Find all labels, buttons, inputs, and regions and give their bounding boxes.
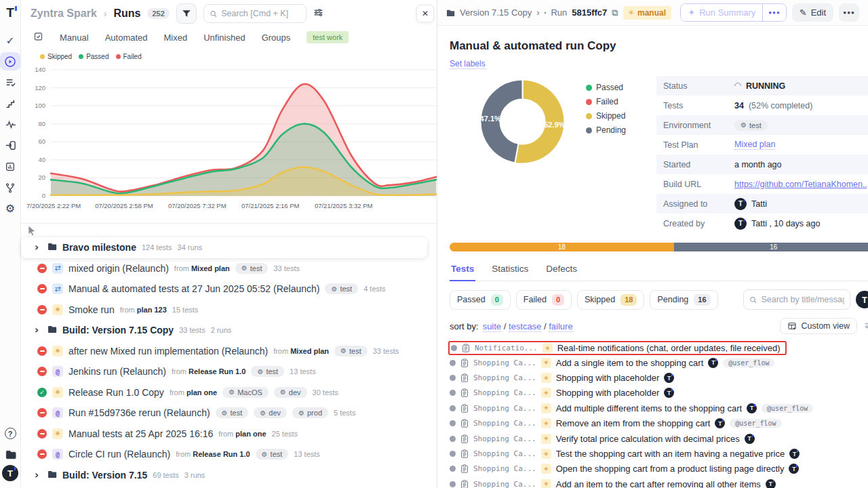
run-summary-button[interactable]: ✦Run Summary bbox=[681, 4, 762, 21]
run-row[interactable]: @Circle CI run (Relaunch)from Release Ru… bbox=[21, 444, 437, 465]
runs-tab-unfinished[interactable]: Unfinished bbox=[203, 33, 245, 43]
branches-nav-icon[interactable] bbox=[0, 178, 20, 197]
env-badge: ⚙test bbox=[734, 120, 768, 131]
select-runs-icon[interactable] bbox=[33, 31, 43, 44]
collapse-panel-button[interactable]: ✕ bbox=[416, 5, 434, 22]
test-plans-nav-icon[interactable] bbox=[0, 73, 20, 92]
set-labels-link[interactable]: Set labels bbox=[450, 59, 486, 69]
user-avatar[interactable]: T bbox=[2, 465, 18, 481]
projects-folder-icon[interactable] bbox=[0, 445, 20, 464]
app-logo-icon[interactable]: T bbox=[6, 5, 14, 20]
tab-statistics[interactable]: Statistics bbox=[490, 260, 530, 281]
run-row[interactable]: ⇄Manual & automated tests at 27 Jun 2025… bbox=[21, 279, 437, 300]
filter-pending[interactable]: Pending16 bbox=[650, 290, 717, 310]
help-icon[interactable]: ? bbox=[0, 424, 20, 443]
plan-name[interactable]: Mixed plan bbox=[191, 264, 230, 272]
sort-by-failure[interactable]: failure bbox=[549, 321, 572, 332]
import-nav-icon[interactable] bbox=[0, 136, 20, 155]
test-row[interactable]: Shopping Ca...✳Remove an item from the s… bbox=[450, 416, 868, 431]
chevron-right-icon[interactable]: › bbox=[35, 469, 41, 481]
runs-nav-icon[interactable] bbox=[0, 52, 20, 70]
plan-name[interactable]: plan 123 bbox=[137, 306, 167, 314]
settings-nav-icon[interactable]: ⚙ bbox=[0, 199, 20, 218]
tests-search-input[interactable] bbox=[761, 295, 844, 304]
milestones-nav-icon[interactable] bbox=[0, 94, 20, 113]
gear-icon: ⚙ bbox=[222, 409, 228, 417]
env-badge: ⚙test bbox=[325, 283, 358, 294]
test-row[interactable]: Shopping Ca...✳Add an item to the cart a… bbox=[450, 476, 868, 488]
status-failed-icon bbox=[37, 305, 47, 314]
tag-filter-badge[interactable]: test work bbox=[307, 31, 349, 43]
run-row[interactable]: ✳after new Mixed run implementation (Rel… bbox=[21, 341, 437, 362]
test-row[interactable]: Notificatio...✳Real-time notifications (… bbox=[448, 341, 787, 355]
build-url-link[interactable]: https://github.com/TetianaKhomen... bbox=[734, 180, 867, 189]
run-summary-more-button[interactable]: ●●● bbox=[762, 4, 786, 21]
run-group-row[interactable]: ›Build: Version 7.15 Copy33 tests2 runs bbox=[21, 320, 437, 341]
plan-name[interactable]: plan one bbox=[186, 388, 217, 396]
run-row[interactable]: ✳Manual tests at 25 Apr 2025 16:16from p… bbox=[21, 424, 437, 445]
test-row[interactable]: Shopping Ca...✳Test the shopping cart wi… bbox=[450, 446, 868, 461]
checks-nav-icon[interactable]: ✓ bbox=[0, 31, 20, 49]
list-settings-icon[interactable] bbox=[864, 321, 868, 332]
close-detail-button[interactable]: ✕ bbox=[865, 5, 868, 20]
tab-defects[interactable]: Defects bbox=[545, 260, 578, 281]
run-row[interactable]: ✳Smoke runfrom plan 12315 tests bbox=[21, 300, 437, 321]
filter-passed[interactable]: Passed0 bbox=[450, 290, 511, 310]
run-row[interactable]: ✓✳Release Run 1.0 Copyfrom plan one⚙MacO… bbox=[21, 382, 437, 403]
test-row[interactable]: Shopping Ca...✳Shopping with placeholder… bbox=[450, 370, 868, 385]
plan-name[interactable]: Mixed plan bbox=[290, 347, 329, 355]
run-group-row[interactable]: ›Build: Version 7.1569 tests3 runs bbox=[21, 465, 437, 486]
plan-name[interactable]: plan one bbox=[235, 430, 266, 438]
reports-nav-icon[interactable] bbox=[0, 157, 20, 176]
chevron-right-icon[interactable]: › bbox=[35, 324, 41, 336]
plan-name[interactable]: Release Run 1.0 bbox=[189, 367, 245, 375]
run-row[interactable]: @Run #15d9736e rerun (Relaunch)⚙test⚙dev… bbox=[21, 403, 437, 424]
tab-tests[interactable]: Tests bbox=[450, 260, 475, 281]
more-actions-button[interactable]: ●●● bbox=[839, 3, 859, 22]
runs-tab-automated[interactable]: Automated bbox=[105, 33, 148, 43]
sort-by-testcase[interactable]: testcase bbox=[509, 321, 541, 332]
legend-passed[interactable]: Passed bbox=[79, 53, 108, 60]
sort-by-suite[interactable]: suite bbox=[483, 321, 501, 332]
test-row[interactable]: Shopping Ca...✳Open the shopping cart fr… bbox=[450, 462, 868, 476]
edit-button[interactable]: ✎Edit bbox=[792, 3, 833, 22]
automated-run-icon: @ bbox=[52, 366, 63, 377]
breadcrumb-build[interactable]: Version 7.15 Copy bbox=[460, 7, 532, 18]
assignee-filter-avatar[interactable]: T bbox=[856, 291, 868, 308]
legend-skipped[interactable]: Skipped bbox=[40, 53, 72, 60]
group-tests-count: 124 tests bbox=[142, 243, 172, 251]
run-group-row[interactable]: ›Bravo milestone124 tests34 runs bbox=[21, 237, 427, 258]
filter-funnel-button[interactable] bbox=[176, 3, 197, 24]
copy-icon[interactable]: ⧉ bbox=[612, 7, 618, 18]
manual-test-icon: ✳ bbox=[541, 403, 551, 413]
field-label: Build URL bbox=[663, 180, 734, 189]
test-row[interactable]: Shopping Ca...✳Add a single item to the … bbox=[450, 355, 868, 370]
filter-skipped[interactable]: Skipped18 bbox=[577, 290, 644, 310]
search-settings-icon[interactable] bbox=[313, 7, 323, 20]
runs-tab-groups[interactable]: Groups bbox=[262, 33, 291, 43]
legend-failed[interactable]: Failed bbox=[116, 53, 142, 60]
breadcrumb-project[interactable]: Zyntra Spark bbox=[31, 7, 97, 20]
folder-icon bbox=[446, 8, 455, 18]
field-value: ⚙test bbox=[734, 120, 768, 131]
activity-nav-icon[interactable] bbox=[0, 115, 20, 134]
test-row[interactable]: Shopping Ca...✳Add multiple different it… bbox=[450, 401, 868, 415]
test-row[interactable]: Shopping Ca...✳Verify total price calcul… bbox=[450, 431, 868, 446]
plan-name[interactable]: Release Run 1.0 bbox=[193, 450, 250, 458]
tests-search[interactable] bbox=[743, 289, 850, 310]
run-row[interactable]: @Jenkins run (Relaunch)from Release Run … bbox=[21, 361, 437, 382]
runs-tab-mixed[interactable]: Mixed bbox=[164, 33, 188, 43]
filter-failed[interactable]: Failed0 bbox=[516, 290, 572, 310]
runs-tab-manual[interactable]: Manual bbox=[60, 33, 89, 43]
run-type-badge: ✳manual bbox=[623, 6, 671, 20]
chevron-right-icon[interactable]: › bbox=[35, 241, 41, 253]
svg-text:60: 60 bbox=[38, 138, 45, 145]
runs-search[interactable] bbox=[203, 4, 307, 23]
test-row[interactable]: Shopping Ca...✳Shopping with placeholder… bbox=[450, 386, 868, 401]
test-plan-link[interactable]: Mixed plan bbox=[734, 140, 775, 150]
run-row[interactable]: ⇄mixed origin (Relaunch)from Mixed plan⚙… bbox=[21, 258, 437, 279]
run-name: Circle CI run (Relaunch) bbox=[68, 449, 170, 460]
runs-search-input[interactable] bbox=[221, 9, 300, 18]
svg-text:120: 120 bbox=[35, 84, 45, 92]
custom-view-button[interactable]: Custom view bbox=[780, 318, 857, 334]
